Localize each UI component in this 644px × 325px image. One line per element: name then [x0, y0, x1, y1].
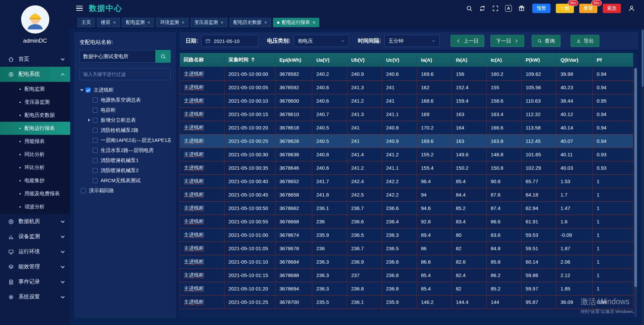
- tree-node[interactable]: 消防栓机械泵2路: [79, 125, 171, 135]
- table-header-cell[interactable]: Ua(V): [312, 53, 347, 67]
- close-icon[interactable]: ×: [181, 20, 184, 25]
- gift-icon[interactable]: [518, 5, 525, 12]
- sidebar-subitem-pd-report[interactable]: 配电运行报表: [0, 122, 70, 135]
- sort-icon[interactable]: [251, 57, 255, 62]
- tree-node[interactable]: 演示箱回路: [79, 185, 171, 196]
- table-scrollbar[interactable]: [634, 68, 637, 317]
- close-icon[interactable]: ×: [313, 20, 315, 25]
- avatar[interactable]: [21, 5, 49, 34]
- next-day-button[interactable]: 下一日: [490, 35, 524, 47]
- checkbox[interactable]: [86, 88, 91, 93]
- checkbox[interactable]: [93, 168, 98, 173]
- table-row[interactable]: 主进线柜2021-05-10 00:153678610240.7241.3241…: [180, 107, 633, 121]
- prev-day-button[interactable]: 上一日: [450, 35, 484, 47]
- tree-node[interactable]: 消防喷淋机械泵1: [79, 155, 171, 165]
- alarm-button-warning[interactable]: 预警: [532, 4, 550, 13]
- checkbox[interactable]: [93, 158, 98, 163]
- close-icon[interactable]: ×: [221, 20, 223, 25]
- table-row[interactable]: 主进线柜2021-05-10 01:153678688236.3237236.8…: [180, 268, 633, 282]
- station-input[interactable]: [79, 50, 155, 63]
- sidebar-subitem-harmonic-analysis[interactable]: 谐波分析: [0, 200, 70, 213]
- tab-pd-history[interactable]: 配电历史数据×: [229, 18, 271, 27]
- alarm-button-urgent[interactable]: 紧急: [603, 4, 621, 13]
- export-button[interactable]: 导出: [571, 35, 599, 47]
- sidebar-subitem-pd-monitor[interactable]: 配电监测: [0, 83, 70, 96]
- hamburger-menu-icon[interactable]: [76, 6, 83, 11]
- refresh-icon[interactable]: [479, 5, 486, 12]
- tree-node[interactable]: 主进线柜: [79, 85, 171, 95]
- checkbox[interactable]: [93, 108, 98, 113]
- table-row[interactable]: 主进线柜2021-05-10 00:503678662236.1236.7236…: [180, 201, 633, 215]
- table-header-cell[interactable]: Pf: [593, 53, 633, 67]
- tree-node[interactable]: 消防喷淋机械泵2: [79, 165, 171, 175]
- table-row[interactable]: 主进线柜2021-05-10 01:103678684236.3236.9236…: [180, 255, 633, 268]
- table-row[interactable]: 主进线柜2021-05-10 01:053678678236236.7236.5…: [180, 241, 633, 255]
- tree-caret-icon[interactable]: [79, 87, 85, 93]
- checkbox[interactable]: [93, 118, 98, 123]
- table-header-cell[interactable]: P(kW): [522, 53, 556, 67]
- user-icon[interactable]: [628, 5, 635, 12]
- search-icon[interactable]: [466, 5, 473, 12]
- table-header-cell[interactable]: Q(kVar): [556, 53, 593, 67]
- checkbox[interactable]: [81, 188, 86, 193]
- checkbox[interactable]: [93, 128, 98, 133]
- voltage-select[interactable]: 相电压: [294, 35, 349, 47]
- checkbox[interactable]: [93, 138, 98, 143]
- sidebar-item-energy-mgmt[interactable]: 能效管理: [0, 259, 70, 274]
- sidebar-subitem-meter-reading[interactable]: 电能集抄: [0, 174, 70, 187]
- checkbox[interactable]: [93, 178, 98, 183]
- tree-filter-input[interactable]: [79, 68, 171, 80]
- table-header-cell[interactable]: Ia(A): [417, 53, 452, 67]
- interval-select[interactable]: 五分钟: [384, 35, 440, 47]
- tree-node[interactable]: 地源热泵空调总表: [79, 95, 171, 105]
- sidebar-subitem-transformer-monitor[interactable]: 变压器监测: [0, 96, 70, 109]
- table-row[interactable]: 主进线柜2021-05-10 00:203678618240.5241240.8…: [180, 121, 633, 134]
- table-row[interactable]: 主进线柜2021-05-10 00:053678592240.6241.3241…: [180, 80, 633, 94]
- scrollbar-thumb[interactable]: [634, 68, 637, 287]
- table-row[interactable]: 主进线柜2021-05-10 00:003678582240.2240.9240…: [180, 67, 633, 80]
- table-row[interactable]: 主进线柜2021-05-10 00:403678652241.7242.4242…: [180, 174, 633, 188]
- sidebar-item-power-system[interactable]: 配电系统: [0, 67, 70, 82]
- font-size-icon[interactable]: A: [505, 5, 512, 12]
- page-scrollbar[interactable]: [641, 29, 644, 325]
- table-header-cell[interactable]: Ib(A): [452, 53, 487, 67]
- sidebar-subitem-energy-fee-report[interactable]: 用能及电费报表: [0, 187, 70, 200]
- sidebar-subitem-yoy-analysis[interactable]: 同比分析: [0, 148, 70, 161]
- query-button[interactable]: 查询: [532, 35, 560, 47]
- alarm-button-important[interactable]: 重要99+: [579, 4, 597, 13]
- sidebar-subitem-mom-analysis[interactable]: 环比分析: [0, 161, 70, 174]
- tab-floor[interactable]: 楼层×: [97, 18, 120, 27]
- date-picker[interactable]: 2021-05-10: [201, 35, 258, 47]
- sidebar-item-home[interactable]: 首页: [0, 52, 70, 67]
- tree-node[interactable]: 新增分立柜总表: [79, 115, 171, 125]
- sidebar-item-data-room[interactable]: 数据机房: [0, 214, 70, 229]
- table-row[interactable]: 主进线柜2021-05-10 00:303678638240.8241.4241…: [180, 148, 633, 161]
- table-row[interactable]: 主进线柜2021-05-10 00:453678658241.8242.5242…: [180, 188, 633, 201]
- station-search-button[interactable]: [155, 50, 171, 63]
- table-row[interactable]: 主进线柜2021-05-10 01:003678674235.9236.5236…: [180, 228, 633, 241]
- tab-home[interactable]: 主页: [77, 18, 95, 27]
- checkbox[interactable]: [93, 98, 98, 103]
- table-row[interactable]: 主进线柜2021-05-10 01:253678700235.5236.1235…: [180, 295, 633, 309]
- sidebar-subitem-pd-history[interactable]: 配电历史数据: [0, 109, 70, 122]
- table-header-cell[interactable]: 回路名称: [180, 53, 224, 67]
- sidebar-item-runtime-env[interactable]: 运行环境: [0, 244, 70, 259]
- alarm-button-general[interactable]: 一般99+: [556, 4, 574, 13]
- table-row[interactable]: 主进线柜2021-05-10 00:253678628240.5241240.9…: [180, 134, 633, 148]
- sidebar-item-device-monitor[interactable]: 设备监测: [0, 229, 70, 244]
- close-icon[interactable]: ×: [264, 20, 267, 25]
- tab-pd-monitor[interactable]: 配电监测×: [122, 18, 154, 27]
- sidebar-item-system-settings[interactable]: 系统设置: [0, 289, 70, 305]
- close-icon[interactable]: ×: [147, 20, 150, 25]
- tree-caret-icon[interactable]: [87, 117, 92, 123]
- tab-transformer-monitor[interactable]: 变压器监测×: [191, 18, 227, 27]
- tab-env-monitor[interactable]: 环境监测×: [156, 18, 188, 27]
- table-header-cell[interactable]: Ub(V): [347, 53, 382, 67]
- table-header-cell[interactable]: 采集时间: [224, 53, 275, 67]
- checkbox[interactable]: [93, 148, 98, 153]
- table-row[interactable]: 主进线柜2021-05-10 00:103678600240.6241.2241…: [180, 94, 633, 107]
- tree-node[interactable]: 生活水泵2路—层弱电房: [79, 145, 171, 155]
- fullscreen-icon[interactable]: [492, 5, 499, 12]
- close-icon[interactable]: ×: [113, 20, 116, 25]
- tree-node[interactable]: 一层南1APE2右—层北1APE1左: [79, 135, 171, 145]
